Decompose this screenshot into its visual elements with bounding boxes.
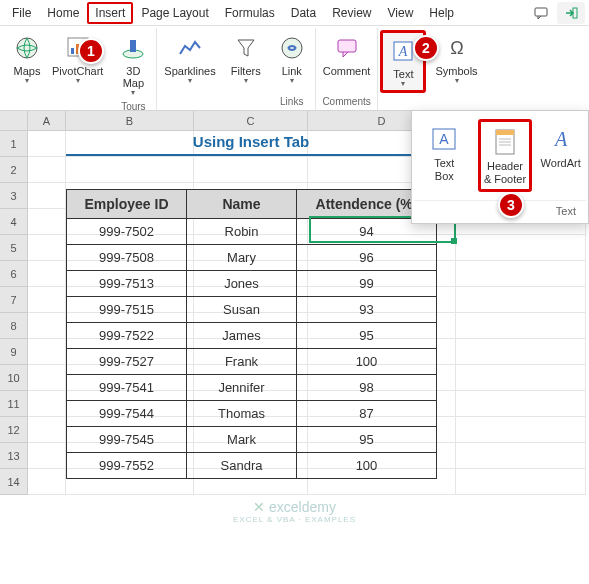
- table-cell[interactable]: Frank: [187, 349, 297, 375]
- cell[interactable]: [456, 365, 586, 391]
- cell[interactable]: [28, 261, 66, 287]
- title-text: Using Insert Tab: [66, 133, 436, 150]
- row-header[interactable]: 2: [0, 157, 28, 183]
- cell[interactable]: [28, 365, 66, 391]
- menu-file[interactable]: File: [4, 2, 39, 24]
- row-header[interactable]: 4: [0, 209, 28, 235]
- header-footer-button[interactable]: Header & Footer: [478, 119, 532, 192]
- cell[interactable]: [28, 183, 66, 209]
- table-cell[interactable]: 999-7527: [67, 349, 187, 375]
- wordart-button[interactable]: A WordArt: [539, 119, 583, 192]
- table-row: 999-7544Thomas87: [67, 401, 437, 427]
- table-cell[interactable]: Susan: [187, 297, 297, 323]
- table-cell[interactable]: 95: [297, 323, 437, 349]
- share-button[interactable]: [557, 2, 585, 24]
- row-header[interactable]: 10: [0, 365, 28, 391]
- cell[interactable]: [456, 443, 586, 469]
- table-cell[interactable]: 999-7508: [67, 245, 187, 271]
- table-cell[interactable]: Sandra: [187, 453, 297, 479]
- menu-review[interactable]: Review: [324, 2, 379, 24]
- menu-formulas[interactable]: Formulas: [217, 2, 283, 24]
- col-header-B[interactable]: B: [66, 111, 194, 130]
- cell[interactable]: [28, 391, 66, 417]
- row-header[interactable]: 12: [0, 417, 28, 443]
- cell[interactable]: [456, 235, 586, 261]
- table-cell[interactable]: 100: [297, 349, 437, 375]
- table-cell[interactable]: 96: [297, 245, 437, 271]
- symbols-button[interactable]: Ω Symbols ▾: [431, 30, 481, 87]
- table-cell[interactable]: 99: [297, 271, 437, 297]
- symbols-icon: Ω: [441, 32, 473, 64]
- comments-icon[interactable]: [527, 2, 555, 24]
- row-header[interactable]: 5: [0, 235, 28, 261]
- map3d-label: 3D Map: [123, 65, 144, 89]
- filters-button[interactable]: Filters ▾: [226, 30, 266, 87]
- table-cell[interactable]: 999-7544: [67, 401, 187, 427]
- cell[interactable]: [456, 287, 586, 313]
- cell[interactable]: [456, 261, 586, 287]
- cell[interactable]: [456, 469, 586, 495]
- menu-data[interactable]: Data: [283, 2, 324, 24]
- table-cell[interactable]: 95: [297, 427, 437, 453]
- table-cell[interactable]: 87: [297, 401, 437, 427]
- table-cell[interactable]: Thomas: [187, 401, 297, 427]
- row-header[interactable]: 13: [0, 443, 28, 469]
- maps-button[interactable]: Maps ▾: [7, 30, 47, 87]
- col-header-A[interactable]: A: [28, 111, 66, 130]
- table-cell[interactable]: 999-7552: [67, 453, 187, 479]
- row-header[interactable]: 11: [0, 391, 28, 417]
- table-cell[interactable]: 999-7513: [67, 271, 187, 297]
- menu-home[interactable]: Home: [39, 2, 87, 24]
- cell[interactable]: [28, 209, 66, 235]
- row-header[interactable]: 3: [0, 183, 28, 209]
- row-header[interactable]: 6: [0, 261, 28, 287]
- cell[interactable]: [28, 131, 66, 157]
- table-row: 999-7541Jennifer98: [67, 375, 437, 401]
- row-header[interactable]: 14: [0, 469, 28, 495]
- cell[interactable]: [28, 443, 66, 469]
- table-cell[interactable]: 100: [297, 453, 437, 479]
- cell[interactable]: [28, 339, 66, 365]
- textbox-button[interactable]: A Text Box: [417, 119, 471, 192]
- menu-page-layout[interactable]: Page Layout: [133, 2, 216, 24]
- cell[interactable]: [28, 287, 66, 313]
- row-header[interactable]: 8: [0, 313, 28, 339]
- menu-view[interactable]: View: [380, 2, 422, 24]
- table-cell[interactable]: Mark: [187, 427, 297, 453]
- table-cell[interactable]: Mary: [187, 245, 297, 271]
- table-cell[interactable]: Jennifer: [187, 375, 297, 401]
- row-header[interactable]: 9: [0, 339, 28, 365]
- cell[interactable]: [194, 157, 308, 183]
- select-all-corner[interactable]: [0, 111, 28, 130]
- cell[interactable]: [456, 339, 586, 365]
- table-cell[interactable]: 999-7522: [67, 323, 187, 349]
- menu-help[interactable]: Help: [421, 2, 462, 24]
- table-cell[interactable]: Robin: [187, 219, 297, 245]
- menu-insert[interactable]: Insert: [87, 2, 133, 24]
- cell[interactable]: [28, 417, 66, 443]
- table-cell[interactable]: 93: [297, 297, 437, 323]
- row-header[interactable]: 1: [0, 131, 28, 157]
- table-row: 999-7508Mary96: [67, 245, 437, 271]
- col-header-C[interactable]: C: [194, 111, 308, 130]
- cell[interactable]: [456, 417, 586, 443]
- table-cell[interactable]: 999-7515: [67, 297, 187, 323]
- cell[interactable]: [28, 313, 66, 339]
- table-cell[interactable]: Jones: [187, 271, 297, 297]
- map3d-button[interactable]: 3D Map ▾: [113, 30, 153, 99]
- cell[interactable]: [66, 157, 194, 183]
- table-cell[interactable]: 999-7541: [67, 375, 187, 401]
- comment-button[interactable]: Comment: [319, 30, 375, 79]
- cell[interactable]: [456, 313, 586, 339]
- cell[interactable]: [28, 469, 66, 495]
- cell[interactable]: [28, 157, 66, 183]
- link-button[interactable]: Link ▾: [272, 30, 312, 87]
- table-cell[interactable]: 999-7502: [67, 219, 187, 245]
- table-cell[interactable]: 999-7545: [67, 427, 187, 453]
- cell[interactable]: [456, 391, 586, 417]
- cell[interactable]: [28, 235, 66, 261]
- table-cell[interactable]: 98: [297, 375, 437, 401]
- table-cell[interactable]: James: [187, 323, 297, 349]
- sparklines-button[interactable]: Sparklines ▾: [160, 30, 219, 87]
- row-header[interactable]: 7: [0, 287, 28, 313]
